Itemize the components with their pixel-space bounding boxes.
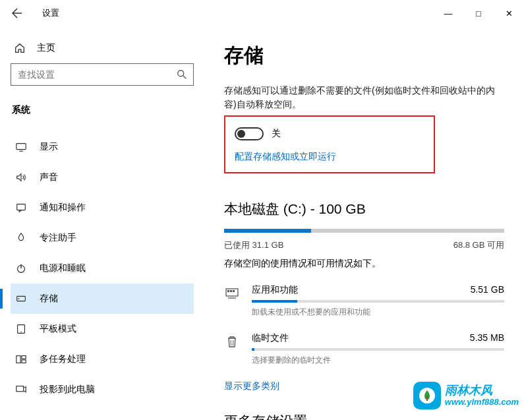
sidebar-item-label: 显示: [40, 141, 58, 153]
svg-line-20: [231, 340, 231, 345]
home-label: 主页: [37, 42, 55, 54]
sidebar-item-project[interactable]: 投影到此电脑: [11, 375, 194, 405]
sidebar-item-multitask[interactable]: 多任务处理: [11, 344, 194, 375]
sidebar: 主页 系统 显示 声音 通知和操作 专注助手 电源和睡眠: [0, 26, 204, 420]
svg-line-21: [233, 340, 234, 345]
category-size: 5.35 MB: [470, 332, 504, 344]
toggle-knob: [237, 130, 245, 138]
svg-rect-17: [230, 290, 232, 292]
home-icon: [13, 42, 26, 54]
minimize-button[interactable]: —: [433, 3, 463, 24]
sidebar-item-power[interactable]: 电源和睡眠: [11, 253, 194, 284]
toggle-state-label: 关: [272, 128, 281, 140]
svg-rect-14: [16, 386, 24, 392]
sidebar-item-label: 多任务处理: [40, 353, 86, 365]
sidebar-item-storage[interactable]: 存储: [11, 284, 194, 314]
disk-heading: 本地磁盘 (C:) - 100 GB: [224, 200, 504, 218]
apps-icon: [224, 285, 240, 301]
category-bar: [252, 348, 504, 351]
sidebar-section-label: 系统: [11, 104, 194, 116]
watermark-url: www.ylmf888.com: [445, 398, 519, 407]
usage-description: 存储空间的使用情况和可用情况如下。: [224, 258, 504, 270]
content-area: 存储 存储感知可以通过删除不需要的文件(例如临时文件和回收站中的内容)自动释放空…: [204, 26, 524, 420]
disk-used-label: 已使用 31.1 GB: [224, 239, 283, 251]
sidebar-item-sound[interactable]: 声音: [11, 162, 194, 193]
storage-icon: [15, 293, 28, 305]
category-sub: 卸载未使用或不想要的应用和功能: [252, 307, 504, 318]
sidebar-item-label: 电源和睡眠: [40, 262, 86, 274]
svg-rect-2: [16, 144, 26, 150]
display-icon: [15, 141, 28, 153]
sound-icon: [15, 171, 28, 183]
configure-storage-sense-link[interactable]: 配置存储感知或立即运行: [235, 151, 424, 163]
focus-icon: [15, 232, 28, 244]
category-temp[interactable]: 临时文件 5.35 MB 选择要删除的临时文件: [224, 332, 504, 366]
back-button[interactable]: [12, 8, 33, 18]
svg-point-8: [18, 298, 20, 299]
sidebar-item-label: 通知和操作: [40, 202, 86, 214]
category-apps[interactable]: 应用和功能 5.51 GB 卸载未使用或不想要的应用和功能: [224, 284, 504, 318]
category-name: 应用和功能: [252, 284, 298, 296]
svg-rect-15: [226, 289, 238, 296]
watermark-text: 雨林木风: [445, 384, 519, 398]
category-sub: 选择要删除的临时文件: [252, 355, 504, 366]
svg-point-0: [178, 71, 184, 76]
svg-rect-13: [22, 360, 26, 363]
search-icon: [176, 69, 188, 80]
svg-rect-16: [227, 290, 229, 292]
category-name: 临时文件: [252, 332, 289, 344]
search-input[interactable]: [18, 69, 176, 80]
notification-icon: [15, 202, 28, 214]
disk-usage-bar: [224, 229, 504, 233]
sidebar-item-label: 存储: [40, 293, 58, 305]
disk-free-label: 68.8 GB 可用: [453, 239, 504, 251]
sidebar-item-focus[interactable]: 专注助手: [11, 223, 194, 253]
sidebar-item-label: 平板模式: [40, 323, 76, 335]
svg-rect-4: [17, 204, 26, 210]
disk-usage-fill: [224, 229, 311, 233]
sidebar-item-notifications[interactable]: 通知和操作: [11, 193, 194, 223]
highlight-annotation: 关 配置存储感知或立即运行: [224, 115, 435, 173]
power-icon: [15, 262, 28, 274]
category-size: 5.51 GB: [471, 284, 504, 296]
category-bar: [252, 300, 504, 303]
watermark-logo-icon: [413, 382, 441, 409]
storage-sense-description: 存储感知可以通过删除不需要的文件(例如临时文件和回收站中的内容)自动释放空间。: [224, 84, 504, 111]
svg-rect-11: [16, 356, 20, 363]
sidebar-item-label: 专注助手: [40, 232, 76, 244]
svg-point-10: [20, 332, 21, 332]
more-storage-heading: 更多存储设置: [224, 412, 504, 420]
sidebar-item-label: 声音: [40, 171, 58, 183]
tablet-icon: [15, 323, 28, 335]
page-heading: 存储: [224, 42, 504, 69]
multitask-icon: [15, 353, 28, 365]
window-title: 设置: [42, 7, 59, 19]
project-icon: [15, 384, 28, 396]
svg-line-1: [183, 76, 187, 79]
close-button[interactable]: ✕: [494, 3, 524, 24]
svg-rect-18: [233, 290, 235, 292]
sidebar-item-tablet[interactable]: 平板模式: [11, 314, 194, 344]
maximize-button[interactable]: □: [463, 3, 494, 24]
trash-icon: [224, 334, 240, 349]
home-link[interactable]: 主页: [11, 38, 194, 63]
sidebar-item-display[interactable]: 显示: [11, 132, 194, 162]
search-box[interactable]: [11, 63, 194, 86]
storage-sense-toggle[interactable]: [235, 127, 264, 140]
watermark: 雨林木风 www.ylmf888.com: [413, 382, 519, 409]
svg-rect-12: [22, 356, 26, 359]
sidebar-item-label: 投影到此电脑: [40, 384, 95, 396]
